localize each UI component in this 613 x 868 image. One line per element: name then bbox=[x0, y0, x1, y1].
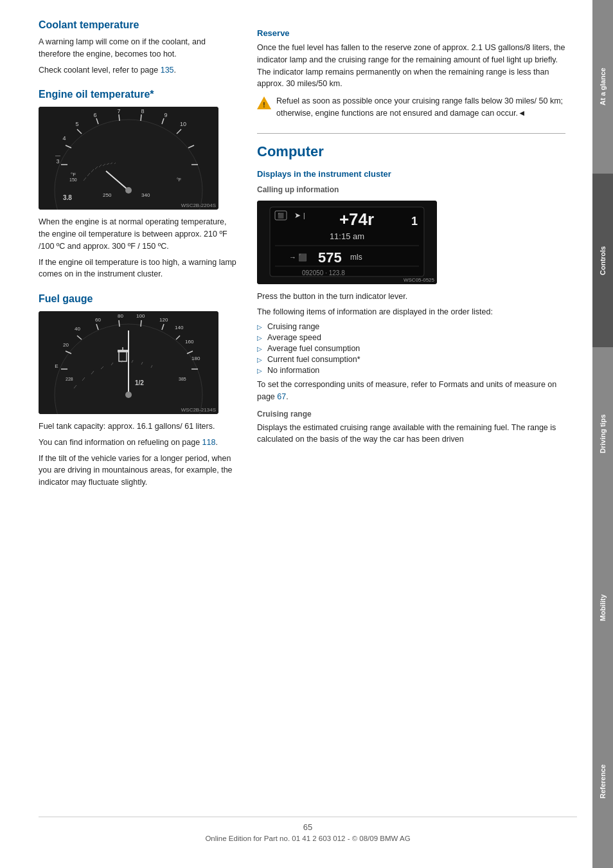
warning-triangle-icon: ! bbox=[257, 96, 271, 111]
list-item: ▷ Cruising range bbox=[257, 322, 565, 331]
displays-in-cluster-title: Displays in the instrument cluster bbox=[257, 169, 565, 179]
svg-text:4: 4 bbox=[62, 135, 66, 141]
calling-up-subtitle: Calling up information bbox=[257, 185, 565, 194]
page-footer: 65 Online Edition for Part no. 01 41 2 6… bbox=[39, 817, 577, 842]
coolant-body2-suffix: . bbox=[174, 66, 176, 75]
calling-up-body2: The following items of information are d… bbox=[257, 306, 565, 318]
tab-mobility[interactable]: Mobility bbox=[592, 521, 613, 694]
cluster-img-id: WSC05-0525 bbox=[404, 277, 434, 283]
fuel-gauge-title: Fuel gauge bbox=[39, 293, 238, 305]
divider bbox=[257, 133, 565, 134]
list-item-label: Average fuel consumption bbox=[267, 344, 360, 353]
svg-text:228: 228 bbox=[66, 377, 73, 381]
engine-oil-body2: If the engine oil temperature is too hig… bbox=[39, 257, 238, 281]
list-item-label: Cruising range bbox=[267, 322, 319, 331]
svg-text:160: 160 bbox=[185, 339, 194, 345]
svg-text:E: E bbox=[55, 363, 58, 369]
fuel-body3: If the tilt of the vehicle varies for a … bbox=[39, 453, 238, 489]
cluster-display-image: ⬛ ➤ | +74r 1 11:15 am bbox=[257, 201, 437, 284]
list-arrow-icon: ▷ bbox=[257, 334, 263, 341]
svg-text:—: — bbox=[55, 152, 60, 158]
page-number: 65 bbox=[39, 822, 577, 832]
reserve-body1: Once the fuel level has fallen to the re… bbox=[257, 42, 565, 90]
body3-prefix: To set the corresponding units of measur… bbox=[257, 380, 556, 401]
calling-up-info-section: Calling up information ⬛ bbox=[257, 185, 565, 403]
tab-strip: At a glance Controls Driving tips Mobili… bbox=[592, 0, 613, 868]
svg-text:180: 180 bbox=[191, 356, 200, 361]
svg-text:340: 340 bbox=[141, 192, 150, 198]
svg-text:➤: ➤ bbox=[294, 211, 301, 220]
svg-rect-63 bbox=[118, 350, 128, 352]
svg-text:40: 40 bbox=[75, 326, 80, 332]
list-arrow-icon: ▷ bbox=[257, 345, 263, 352]
svg-line-6 bbox=[119, 114, 120, 121]
fuel-gauge-img-id: WSC2B-2134S bbox=[181, 407, 216, 413]
info-list: ▷ Cruising range ▷ Average speed ▷ Avera… bbox=[257, 322, 565, 375]
svg-text:100: 100 bbox=[136, 313, 145, 319]
engine-oil-gauge: 3 — 4 5 6 7 8 9 10 °F 150 250 bbox=[39, 107, 218, 210]
coolant-body2-prefix: Check coolant level, refer to page bbox=[39, 66, 161, 75]
cruising-range-body1: Displays the estimated cruising range av… bbox=[257, 422, 565, 446]
engine-oil-section: Engine oil temperature* bbox=[39, 89, 238, 280]
svg-text:°F: °F bbox=[71, 172, 76, 177]
svg-text:20: 20 bbox=[63, 342, 69, 348]
coolant-link[interactable]: 135 bbox=[161, 66, 174, 75]
svg-text:385: 385 bbox=[179, 377, 186, 381]
cruising-range-section: Cruising range Displays the estimated cr… bbox=[257, 410, 565, 446]
svg-text:|: | bbox=[303, 212, 305, 219]
svg-text:7: 7 bbox=[117, 108, 120, 114]
svg-text:5: 5 bbox=[75, 121, 78, 127]
coolant-temperature-section: Coolant temperature A warning lamp will … bbox=[39, 19, 238, 76]
svg-text:3.8: 3.8 bbox=[63, 194, 72, 201]
list-arrow-icon: ▷ bbox=[257, 367, 263, 374]
fuel-link[interactable]: 118 bbox=[202, 438, 216, 447]
computer-section: Computer Displays in the instrument clus… bbox=[257, 143, 565, 446]
tab-driving-tips[interactable]: Driving tips bbox=[592, 347, 613, 521]
list-item: ▷ Current fuel consumption* bbox=[257, 355, 565, 364]
engine-oil-title: Engine oil temperature* bbox=[39, 89, 238, 100]
fuel-gauge-image: E 20 40 60 80 100 120 140 160 180 bbox=[39, 311, 218, 414]
svg-text:10: 10 bbox=[180, 121, 186, 127]
svg-text:6: 6 bbox=[93, 112, 96, 118]
svg-text:1: 1 bbox=[411, 215, 418, 228]
list-item: ▷ Average speed bbox=[257, 333, 565, 342]
coolant-body1: A warning lamp will come on if the coola… bbox=[39, 36, 238, 60]
svg-text:9: 9 bbox=[164, 112, 167, 118]
calling-up-body1: Press the button in the turn indicator l… bbox=[257, 291, 565, 303]
list-arrow-icon: ▷ bbox=[257, 323, 263, 330]
svg-line-7 bbox=[141, 114, 141, 121]
svg-text:150: 150 bbox=[69, 177, 77, 182]
svg-text:⬛: ⬛ bbox=[278, 212, 284, 219]
formats-link[interactable]: 67 bbox=[277, 392, 286, 401]
svg-text:60: 60 bbox=[95, 317, 101, 323]
coolant-temperature-title: Coolant temperature bbox=[39, 19, 238, 31]
body3-suffix: . bbox=[286, 392, 288, 401]
list-arrow-icon: ▷ bbox=[257, 356, 263, 363]
svg-text:3: 3 bbox=[56, 158, 59, 165]
engine-oil-body1: When the engine is at normal operating t… bbox=[39, 216, 238, 252]
fuel-body2: You can find information on refueling on… bbox=[39, 437, 238, 449]
list-item-label: No information bbox=[267, 366, 319, 375]
fuel-body2-suffix: . bbox=[215, 438, 217, 447]
svg-text:1/2: 1/2 bbox=[135, 379, 144, 386]
svg-point-66 bbox=[125, 392, 132, 398]
tab-reference[interactable]: Reference bbox=[592, 694, 613, 868]
tab-at-a-glance[interactable]: At a glance bbox=[592, 0, 613, 174]
computer-title: Computer bbox=[257, 143, 565, 160]
svg-text:8: 8 bbox=[141, 108, 144, 114]
svg-point-28 bbox=[125, 187, 132, 194]
svg-text:120: 120 bbox=[159, 317, 168, 323]
svg-text:250: 250 bbox=[103, 192, 112, 198]
footer-text: Online Edition for Part no. 01 41 2 603 … bbox=[39, 835, 577, 842]
svg-text:80: 80 bbox=[118, 313, 123, 319]
svg-text:575: 575 bbox=[318, 249, 342, 266]
reserve-section: Reserve Once the fuel level has fallen t… bbox=[257, 28, 565, 123]
svg-text:092050 · 123.8: 092050 · 123.8 bbox=[302, 269, 345, 276]
svg-text:+74r: +74r bbox=[339, 210, 374, 229]
fuel-gauge-section: Fuel gauge bbox=[39, 293, 238, 489]
svg-text:11:15 am: 11:15 am bbox=[330, 231, 364, 241]
fuel-body2-prefix: You can find information on refueling on… bbox=[39, 438, 202, 447]
svg-text:→ ⬛: → ⬛ bbox=[289, 253, 307, 262]
tab-controls[interactable]: Controls bbox=[592, 174, 613, 347]
list-item: ▷ Average fuel consumption bbox=[257, 344, 565, 353]
